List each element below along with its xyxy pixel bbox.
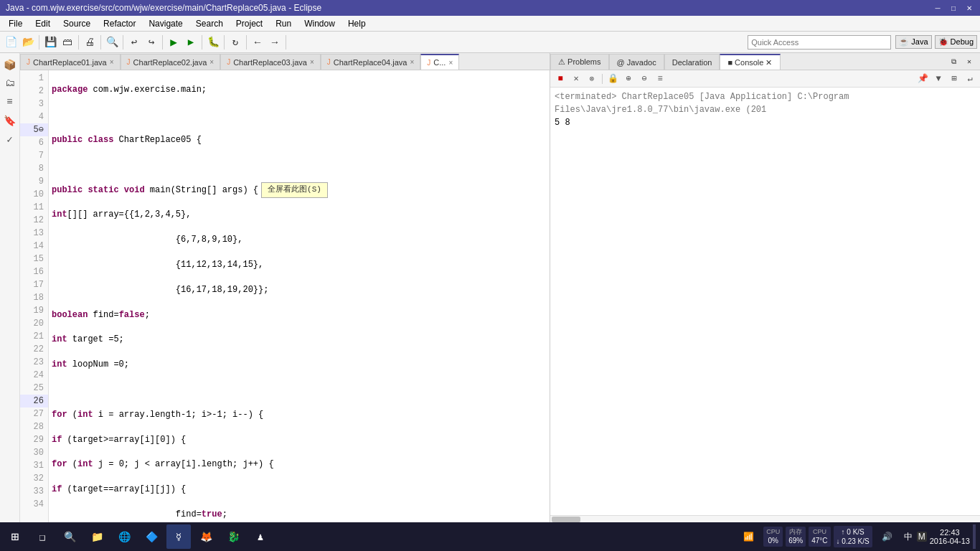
code-line-18: find=true;: [52, 508, 547, 521]
code-line-2: [52, 109, 547, 122]
menu-edit[interactable]: Edit: [29, 17, 56, 30]
save-button[interactable]: 💾: [42, 34, 58, 50]
sidebar-tasks[interactable]: ✓: [1, 131, 19, 148]
console-display[interactable]: ⊞: [947, 72, 961, 86]
code-line-13: [52, 383, 547, 396]
open-button[interactable]: 📂: [20, 34, 36, 50]
close-tab-2[interactable]: ×: [209, 58, 214, 66]
cpu-temp-indicator: CPU 47°C: [809, 527, 830, 547]
code-line-10: boolean find=false;: [52, 309, 547, 321]
undo-button[interactable]: ↩: [126, 34, 142, 50]
sidebar-type-hierarchy[interactable]: 🗂: [1, 75, 19, 92]
new-button[interactable]: 📄: [3, 34, 19, 50]
console-hscrollbar[interactable]: [550, 515, 980, 522]
close-button[interactable]: ✕: [964, 3, 974, 13]
time-display: 22:43: [930, 528, 970, 537]
sidebar-bookmarks[interactable]: 🔖: [1, 112, 19, 129]
main-toolbar: 📄 📂 💾 🗃 🖨 🔍 ↩ ↪ ▶ ▶ 🐛 ↻ ← → ☕ Java 🐞 Deb…: [0, 32, 980, 53]
java-perspective[interactable]: ☕ Java: [895, 35, 931, 49]
console-paste[interactable]: ⊖: [637, 72, 651, 86]
console-remove[interactable]: ✕: [569, 72, 583, 86]
left-sidebar: 📦 🗂 ≡ 🔖 ✓: [0, 53, 20, 522]
code-line-7: {6,7,8,9,10},: [52, 234, 547, 247]
window-title: Java - com.wjw.exercise/src/com/wjw/exer…: [6, 3, 933, 13]
refresh-button[interactable]: ↻: [227, 34, 243, 50]
editor-tabs: J ChartReplace01.java × J ChartReplace02…: [20, 53, 550, 70]
console-terminate[interactable]: ■: [553, 72, 567, 86]
tab-console[interactable]: ■ Console ✕: [720, 54, 780, 70]
cortana[interactable]: 🔍: [57, 524, 82, 549]
menu-source[interactable]: Source: [57, 17, 96, 30]
console-output-text: 5 8: [555, 116, 976, 129]
taskbar-app4[interactable]: ♟: [248, 524, 273, 549]
redo-button[interactable]: ↪: [143, 34, 159, 50]
bug-button[interactable]: 🐛: [205, 34, 221, 50]
taskbar-app2[interactable]: 🦊: [194, 524, 218, 549]
tab-chartreplace01[interactable]: J ChartReplace01.java ×: [20, 54, 121, 70]
console-terminated-text: <terminated> ChartReplace05 [Java Applic…: [555, 90, 976, 116]
taskbar-explorer[interactable]: 📁: [85, 524, 109, 549]
menu-search[interactable]: Search: [190, 17, 229, 30]
menu-project[interactable]: Project: [230, 17, 268, 30]
tab-chartreplace03[interactable]: J ChartReplace03.java ×: [220, 54, 321, 70]
close-tab-4[interactable]: ×: [410, 58, 414, 66]
menu-help[interactable]: Help: [342, 17, 372, 30]
console-scroll-lock[interactable]: 🔒: [606, 72, 620, 86]
menu-window[interactable]: Window: [298, 17, 341, 30]
menu-navigate[interactable]: Navigate: [143, 17, 188, 30]
sidebar-package-explorer[interactable]: 📦: [1, 56, 19, 73]
panel-maximize[interactable]: ⧉: [946, 54, 961, 70]
tab-declaration[interactable]: Declaration: [664, 54, 720, 70]
close-tab-1[interactable]: ×: [110, 58, 114, 66]
taskbar: ⊞ ❑ 🔍 📁 🌐 🔷 ☿ 🦊 🐉 ♟ 📶 CPU 0% 内存 69% CPU …: [0, 522, 980, 551]
taskbar-edge[interactable]: 🌐: [112, 524, 136, 549]
task-view[interactable]: ❑: [30, 524, 55, 549]
panel-close[interactable]: ✕: [961, 54, 977, 70]
tab-chartreplace04[interactable]: J ChartReplace04.java ×: [321, 54, 421, 70]
right-tabs: ⚠ Problems @ Javadoc Declaration ■ Conso…: [550, 53, 980, 70]
print-button[interactable]: 🖨: [82, 34, 98, 50]
quick-access-input[interactable]: [748, 35, 891, 50]
menu-bar: File Edit Source Refactor Navigate Searc…: [0, 16, 980, 32]
volume-icon[interactable]: 🔊: [875, 524, 900, 549]
show-desktop[interactable]: [973, 524, 976, 549]
tab-javadoc[interactable]: @ Javadoc: [609, 54, 664, 70]
network-icon[interactable]: 📶: [736, 524, 760, 549]
code-editor[interactable]: package com.wjw.exercise.main; public cl…: [49, 70, 550, 522]
network-up-indicator: ↑ 0 K/S ↓ 0.23 K/S: [834, 526, 872, 547]
maximize-button[interactable]: □: [948, 3, 958, 13]
clock[interactable]: 22:43 2016-04-13: [930, 528, 970, 545]
tab-chartreplace02[interactable]: J ChartReplace02.java ×: [121, 54, 221, 70]
close-tab-3[interactable]: ×: [310, 58, 314, 66]
taskbar-app3[interactable]: 🐉: [221, 524, 245, 549]
console-wrap[interactable]: ↵: [963, 72, 977, 86]
run-button[interactable]: ▶: [166, 34, 182, 50]
debug-run-button[interactable]: ▶: [183, 34, 199, 50]
save-all-button[interactable]: 🗃: [60, 34, 75, 50]
code-line-14: for (int i = array.length-1; i>-1; i--) …: [52, 408, 547, 421]
taskbar-app1[interactable]: 🔷: [139, 524, 164, 549]
taskbar-eclipse[interactable]: ☿: [166, 524, 191, 549]
console-clear[interactable]: ⊗: [585, 72, 599, 86]
ime-zh[interactable]: 中: [903, 531, 914, 543]
console-open-console[interactable]: ▼: [931, 72, 946, 86]
console-select[interactable]: ≡: [653, 72, 667, 86]
code-line-15: if (target>=array[i][0]) {: [52, 433, 547, 446]
tab-problems[interactable]: ⚠ Problems: [550, 54, 609, 70]
sidebar-outline[interactable]: ≡: [1, 93, 19, 110]
menu-file[interactable]: File: [3, 17, 28, 30]
search-button[interactable]: 🔍: [104, 34, 120, 50]
code-line-9: {16,17,18,19,20}};: [52, 283, 547, 296]
menu-run[interactable]: Run: [270, 17, 297, 30]
console-pin[interactable]: 📌: [915, 72, 930, 86]
back-button[interactable]: ←: [250, 34, 265, 50]
tab-chartreplace05[interactable]: J C... ×: [420, 54, 459, 70]
minimize-button[interactable]: ─: [933, 3, 943, 13]
start-button[interactable]: ⊞: [3, 524, 27, 549]
menu-refactor[interactable]: Refactor: [98, 17, 141, 30]
console-copy[interactable]: ⊕: [621, 72, 636, 86]
ime-m[interactable]: M: [917, 532, 927, 542]
close-tab-5[interactable]: ×: [448, 59, 453, 67]
debug-perspective[interactable]: 🐞 Debug: [935, 35, 977, 49]
forward-button[interactable]: →: [267, 34, 283, 50]
